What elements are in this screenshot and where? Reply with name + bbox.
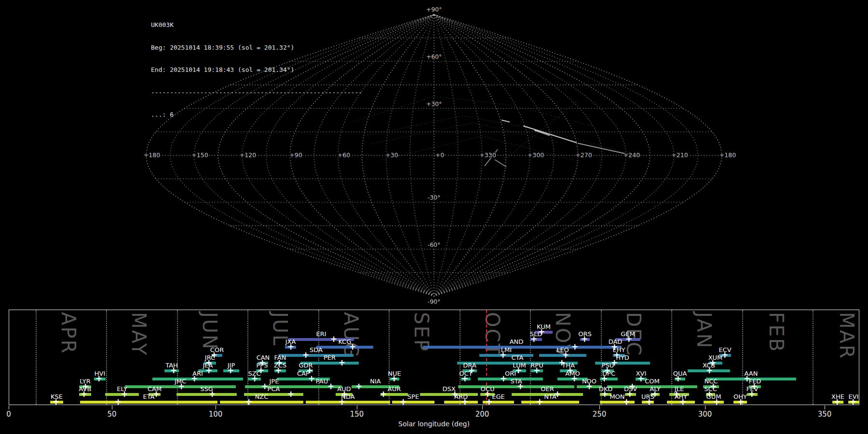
- longitude-label: +210: [671, 151, 688, 159]
- shower-peak-marker: +: [380, 390, 387, 398]
- shower-peak-marker: +: [302, 351, 309, 359]
- shower-peak-marker: +: [355, 382, 362, 391]
- longitude-label: +270: [575, 151, 592, 159]
- meteor-trail: [534, 130, 550, 136]
- shower-peak-marker: +: [170, 366, 177, 375]
- session-begin: Beg: 20251014 18:39:55 (sol = 201.32°): [151, 44, 362, 52]
- shower-peak-marker: +: [115, 398, 122, 406]
- shower-peak-marker: +: [581, 335, 588, 343]
- axis-tick: [357, 406, 357, 409]
- month-label: JUN: [200, 312, 219, 351]
- shower-bar: [279, 354, 353, 357]
- axis-tick: [112, 406, 112, 409]
- axis-tick: [482, 406, 483, 409]
- shower-peak-marker: +: [308, 375, 315, 383]
- shower-peak-marker: +: [81, 390, 87, 398]
- shower-peak-marker: +: [500, 375, 507, 383]
- month-boundary-line: [318, 310, 319, 405]
- shower-code-label: NTA: [544, 393, 556, 400]
- shower-bar: [316, 346, 373, 349]
- shower-peak-marker: +: [327, 382, 334, 391]
- shower-peak-marker: +: [737, 398, 744, 406]
- longitude-label: +240: [624, 151, 640, 159]
- shower-code-label: PER: [324, 354, 336, 361]
- longitude-label: +180: [144, 151, 160, 159]
- shower-code-label: PAU: [316, 378, 328, 385]
- shower-peak-marker: +: [53, 398, 59, 406]
- shower-peak-marker: +: [245, 398, 252, 406]
- shower-peak-marker: +: [400, 398, 407, 406]
- month-boundary-line: [36, 310, 37, 405]
- axis-tick: [599, 406, 600, 409]
- shower-bar: [420, 393, 478, 396]
- shower-peak-marker: +: [601, 375, 608, 383]
- sky-map: +90°-90°+60°+30°-30°-60°+180+150+120+90+…: [0, 0, 868, 309]
- month-boundary-line: [530, 310, 531, 405]
- shower-bar: [176, 393, 237, 396]
- declination-label: -60°: [428, 241, 441, 248]
- meteor-trail: [523, 126, 577, 143]
- pole-label-north: +90°: [426, 6, 442, 13]
- month-label: FEB: [767, 312, 786, 353]
- month-boundary-line: [813, 310, 814, 405]
- shower-code-label: NIA: [370, 378, 380, 385]
- shower-code-label: NZC: [255, 393, 269, 400]
- shower-peak-marker: +: [530, 335, 537, 343]
- shower-peak-marker: +: [486, 398, 492, 406]
- shower-peak-marker: +: [209, 390, 216, 398]
- shower-peak-marker: +: [339, 359, 345, 367]
- shower-peak-marker: +: [205, 366, 212, 375]
- month-boundary-line: [460, 310, 461, 405]
- shower-peak-marker: +: [275, 366, 282, 375]
- shower-peak-marker: +: [95, 375, 102, 383]
- shower-peak-marker: +: [713, 398, 720, 406]
- month-boundary-line: [671, 310, 672, 405]
- axis-tick-label: 100: [209, 410, 223, 419]
- shower-bar: [220, 401, 303, 404]
- shower-bar: [392, 401, 434, 404]
- shower-peak-marker: +: [330, 335, 337, 343]
- shower-code-label: ERI: [316, 331, 326, 338]
- faint-reference-arc: [381, 136, 574, 160]
- faint-reference-arc: [371, 123, 559, 144]
- meteor-trail: [495, 160, 506, 167]
- axis-tick: [825, 406, 825, 409]
- axis-tick-label: 200: [475, 410, 489, 419]
- shower-code-label: SDA: [310, 347, 323, 353]
- shower-peak-marker: +: [339, 398, 345, 406]
- shower-peak-marker: +: [533, 366, 540, 375]
- shower-peak-marker: +: [500, 351, 506, 359]
- station-id: UK003K: [151, 21, 362, 29]
- shower-peak-marker: +: [623, 398, 630, 406]
- shower-code-label: COM: [645, 378, 660, 385]
- axis-tick-label: 150: [350, 410, 364, 419]
- declination-label: +30°: [426, 100, 442, 108]
- shower-peak-marker: +: [748, 390, 755, 398]
- month-label: APR: [59, 312, 78, 354]
- shower-code-label: SPE: [407, 393, 419, 400]
- pole-label-south: -90°: [428, 298, 441, 305]
- shower-code-label: AND: [510, 339, 524, 345]
- shower-peak-marker: +: [178, 382, 185, 391]
- longitude-label: +60: [338, 151, 350, 159]
- axis-tick-label: 250: [593, 410, 607, 419]
- longitude-label: +300: [528, 151, 544, 159]
- month-boundary-line: [742, 310, 743, 405]
- shower-peak-marker: +: [675, 375, 681, 383]
- shower-bar: [244, 393, 303, 396]
- shower-peak-marker: +: [251, 375, 258, 383]
- session-info: UK003K Beg: 20251014 18:39:55 (sol = 201…: [151, 6, 362, 134]
- shower-code-label: ETA: [143, 393, 154, 400]
- shower-peak-marker: +: [834, 398, 841, 406]
- shower-peak-marker: +: [850, 398, 856, 406]
- longitude-label: +120: [240, 151, 256, 159]
- axis-tick: [705, 406, 705, 409]
- axis-tick: [9, 406, 9, 409]
- shower-bar: [306, 401, 390, 404]
- faint-reference-arc: [368, 116, 632, 154]
- longitude-label: +150: [191, 151, 208, 159]
- shower-bar: [458, 385, 574, 388]
- shower-peak-marker: +: [571, 343, 578, 351]
- longitude-label: +180: [719, 151, 736, 159]
- shower-peak-marker: +: [637, 375, 644, 383]
